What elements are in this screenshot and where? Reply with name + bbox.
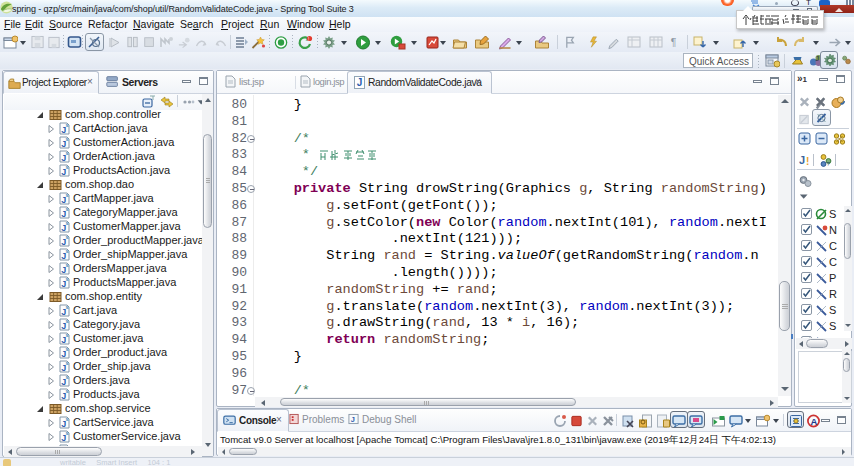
svg-text:s: s (66, 248, 69, 254)
svg-text:J: J (799, 154, 805, 166)
svg-text:s: s (66, 374, 69, 380)
svg-text:J: J (816, 55, 820, 62)
svg-text:s: s (66, 150, 69, 156)
svg-text:!: ! (806, 156, 809, 167)
svg-text:¶: ¶ (671, 37, 677, 48)
svg-text:s: s (66, 164, 69, 170)
svg-text:s: s (66, 206, 69, 212)
svg-text:s: s (66, 318, 69, 324)
svg-text:s: s (66, 276, 69, 282)
svg-text:s: s (66, 360, 69, 366)
svg-text:J: J (351, 415, 355, 424)
svg-text:s: s (66, 262, 69, 268)
svg-text:s: s (66, 192, 69, 198)
svg-text:s: s (66, 416, 69, 422)
svg-text:s: s (66, 234, 69, 240)
svg-text:s: s (66, 388, 69, 394)
svg-text:s: s (66, 346, 69, 352)
svg-text:s: s (66, 332, 69, 338)
svg-text:A: A (811, 416, 818, 427)
svg-text:s: s (66, 122, 69, 128)
svg-text:s: s (66, 304, 69, 310)
svg-text:!: ! (308, 37, 309, 42)
svg-text:s: s (66, 220, 69, 226)
svg-text:s: s (66, 136, 69, 142)
svg-text:s: s (66, 430, 69, 436)
